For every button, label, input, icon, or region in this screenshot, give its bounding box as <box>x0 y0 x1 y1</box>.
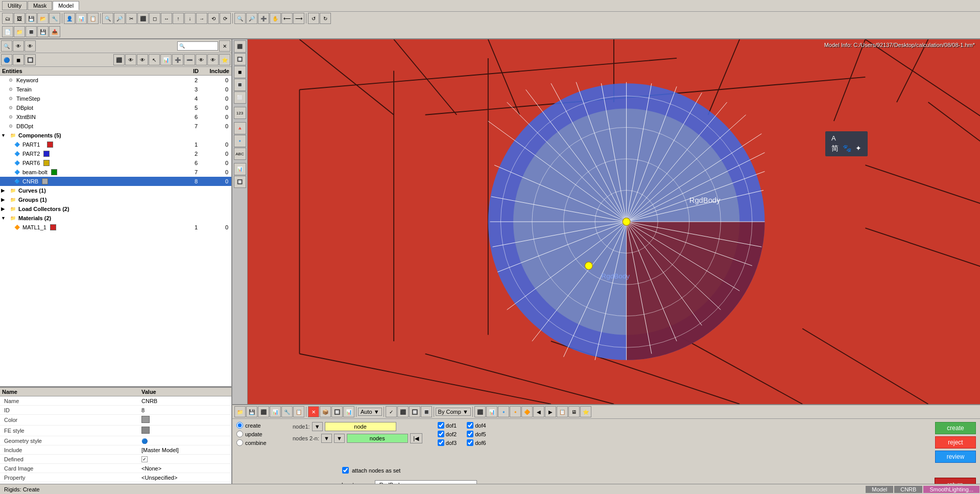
tb-btn-12[interactable]: ⬛ <box>137 13 149 24</box>
vp-tb-btn-8[interactable]: 📦 <box>320 406 331 417</box>
vp-tb-btn-23[interactable]: ⭐ <box>580 406 591 417</box>
dof3-input[interactable] <box>438 439 444 446</box>
vp-tb-btn-18[interactable]: 🔶 <box>521 406 533 417</box>
tb2-btn-1[interactable]: 📄 <box>2 26 13 37</box>
tb-btn-13[interactable]: ◻ <box>149 13 160 24</box>
panel-tb-btn-1[interactable]: 🔍 <box>1 40 12 52</box>
tb-btn-11[interactable]: ✂ <box>126 13 137 24</box>
vp-tb-btn-3[interactable]: ⬛ <box>258 406 269 417</box>
vp-icon-6[interactable]: 123 <box>234 107 246 119</box>
vp-icon-11[interactable]: 🔲 <box>234 176 246 188</box>
tree-item-part1[interactable]: 🔷 PART1 1 0 <box>0 140 231 149</box>
lp-tb-btn-4[interactable]: ⬛ <box>113 54 125 65</box>
vp-icon-4[interactable]: 🔳 <box>234 79 246 91</box>
lp-tb-btn-10[interactable]: 👁 <box>207 54 219 65</box>
lp-tb-btn-9[interactable]: 👁 <box>196 54 207 65</box>
load-collectors-expand[interactable]: ▶ <box>1 206 7 211</box>
tb-btn-21[interactable]: 🔎 <box>246 13 257 24</box>
vp-tb-btn-11[interactable]: ⬛ <box>397 406 409 417</box>
dof6-input[interactable] <box>467 439 473 446</box>
vp-tb-btn-21[interactable]: 📋 <box>557 406 568 417</box>
dof4-check[interactable]: dof4 <box>467 422 486 429</box>
dof2-input[interactable] <box>438 431 444 437</box>
node1-input[interactable]: node <box>325 422 396 431</box>
tb-btn-1[interactable]: 🗂 <box>2 13 13 24</box>
tab-utility[interactable]: Utility <box>2 1 27 10</box>
lp-tb-btn-11[interactable]: ⭐ <box>219 54 230 65</box>
reject-button[interactable]: reject <box>935 436 976 449</box>
panel-tb-btn-3[interactable]: 👁 <box>25 40 36 52</box>
tb-btn-18[interactable]: ⟲ <box>208 13 219 24</box>
radio-create-input[interactable] <box>236 422 243 429</box>
tree-item-cnrb[interactable]: 🔷 CNRB 8 0 <box>0 177 231 186</box>
radio-create[interactable]: create <box>236 422 282 429</box>
vp-icon-8[interactable]: 🔹 <box>234 135 246 147</box>
tb-btn-26[interactable]: ↺ <box>308 13 319 24</box>
components-expand[interactable]: ▼ <box>1 133 7 138</box>
tree-folder-curves[interactable]: ▶ 📁 Curves (1) <box>0 186 231 195</box>
attach-nodes-checkbox[interactable] <box>342 467 349 474</box>
search-clear-btn[interactable]: ✕ <box>219 40 230 52</box>
vp-tb-btn-16[interactable]: 🔹 <box>498 406 509 417</box>
dof6-check[interactable]: dof6 <box>467 439 486 446</box>
tree-item-terain[interactable]: ⚙ Terain 3 0 <box>0 85 231 94</box>
tree-item-matl1[interactable]: 🔶 MATL1_1 1 0 <box>0 223 231 232</box>
radio-combine[interactable]: combine <box>236 439 282 446</box>
radio-update[interactable]: update <box>236 431 282 437</box>
tree-folder-load-collectors[interactable]: ▶ 📁 Load Collectors (2) <box>0 204 231 214</box>
tb-btn-23[interactable]: ✋ <box>270 13 281 24</box>
tree-item-keyword[interactable]: ⚙ Keyword 2 0 <box>0 76 231 85</box>
bycomp-dropdown[interactable]: By Comp ▼ <box>436 408 471 416</box>
dof1-input[interactable] <box>438 422 444 429</box>
node1-dropdown[interactable]: ▼ <box>312 422 323 431</box>
tab-model[interactable]: Model <box>53 1 79 10</box>
create-button[interactable]: create <box>935 422 976 434</box>
tb-btn-4[interactable]: 📂 <box>37 13 49 24</box>
vp-tb-btn-20[interactable]: ▶ <box>545 406 556 417</box>
vp-tb-btn-13[interactable]: 🔳 <box>421 406 432 417</box>
vp-icon-10[interactable]: 📊 <box>234 163 246 175</box>
vp-tb-btn-15[interactable]: 📊 <box>486 406 497 417</box>
lp-tb-cursor[interactable]: ↖ <box>149 54 160 65</box>
vp-tb-btn-17[interactable]: 🔸 <box>510 406 521 417</box>
lp-tb-btn-2[interactable]: ◼ <box>13 54 24 65</box>
review-button[interactable]: review <box>935 451 976 463</box>
tab-mask[interactable]: Mask <box>28 1 52 10</box>
tb-btn-7[interactable]: 📊 <box>76 13 87 24</box>
tb-btn-14[interactable]: ↔ <box>161 13 172 24</box>
tb-btn-16[interactable]: ↓ <box>184 13 196 24</box>
tree-item-part2[interactable]: 🔷 PART2 2 0 <box>0 149 231 158</box>
tb2-btn-3[interactable]: 🔳 <box>26 26 37 37</box>
search-box[interactable]: 🔍 <box>177 41 218 51</box>
tb2-btn-5[interactable]: 📥 <box>49 26 60 37</box>
nodes2n-dropdown2[interactable]: ▼ <box>334 434 345 443</box>
vp-tb-btn-6[interactable]: 📋 <box>293 406 304 417</box>
defined-checkbox[interactable]: ✓ <box>141 456 148 462</box>
nodes2n-input[interactable]: nodes <box>347 434 408 443</box>
tree-item-dbopt[interactable]: ⚙ DBOpt 7 0 <box>0 122 231 131</box>
tree-item-dbplot[interactable]: ⚙ DBplot 5 0 <box>0 103 231 112</box>
vp-tb-btn-10[interactable]: 📊 <box>343 406 354 417</box>
tb2-btn-2[interactable]: 📁 <box>14 26 25 37</box>
tb-btn-9[interactable]: 🔍 <box>102 13 113 24</box>
vp-tb-btn-5[interactable]: 🔧 <box>281 406 293 417</box>
tb-btn-19[interactable]: ⟳ <box>220 13 231 24</box>
panel-tb-btn-2[interactable]: 👁 <box>13 40 24 52</box>
dof5-check[interactable]: dof5 <box>467 431 486 437</box>
tb-btn-6[interactable]: 👤 <box>64 13 75 24</box>
tb-btn-15[interactable]: ↑ <box>173 13 184 24</box>
tb-btn-5[interactable]: 🔧 <box>49 13 60 24</box>
lp-tb-btn-5[interactable]: 👁 <box>125 54 136 65</box>
groups-expand[interactable]: ▶ <box>1 197 7 202</box>
lp-tb-minus[interactable]: ➖ <box>184 54 195 65</box>
tb-btn-22[interactable]: ➕ <box>258 13 269 24</box>
tb-btn-8[interactable]: 📋 <box>87 13 99 24</box>
vp-tb-btn-1[interactable]: 📁 <box>234 406 246 417</box>
tree-item-xtntbin[interactable]: ⚙ XtntBIN 6 0 <box>0 112 231 122</box>
dof5-input[interactable] <box>467 431 473 437</box>
radio-update-input[interactable] <box>236 431 243 437</box>
color-swatch[interactable] <box>141 416 150 423</box>
tree-item-beambolt[interactable]: 🔷 beam-bolt 7 0 <box>0 168 231 177</box>
tb-btn-3[interactable]: 💾 <box>26 13 37 24</box>
vp-icon-2[interactable]: 🔲 <box>234 53 246 65</box>
